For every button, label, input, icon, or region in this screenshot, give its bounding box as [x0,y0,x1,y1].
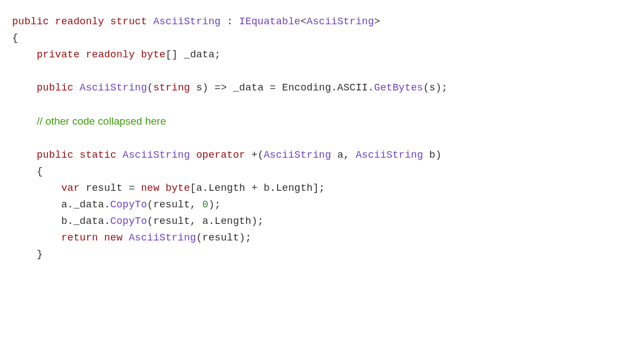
type-iequatable: IEquatable [239,16,300,27]
indent [12,183,61,194]
sp [160,183,166,194]
ret-type: AsciiString [123,149,190,160]
paren: ( [147,82,153,93]
indent [12,216,61,227]
op-brace-close: } [12,249,43,260]
kw-readonly: readonly [55,16,104,27]
kw-new: new [141,183,159,194]
arrow: => [215,82,227,93]
angle-close: > [374,16,380,27]
brackets: [] [166,49,184,60]
kw-operator: operator [196,149,245,160]
kw-readonly: readonly [86,49,135,60]
collapsed-comment: // other code collapsed here [36,115,166,127]
brace-open: { [12,33,18,44]
kw-new: new [104,232,123,243]
indent [12,116,36,127]
assign: _data = Encoding.ASCII. [227,82,374,93]
indent [12,82,36,93]
param-a-type: AsciiString [264,149,331,160]
sp [123,232,129,243]
copy-a-mid: (result, [147,199,203,210]
indent [12,49,36,60]
kw-struct: struct [110,16,147,27]
result-tail: [a.Length + b.Length]; [190,183,325,194]
ctor-name: AsciiString [79,82,147,93]
kw-static: static [79,149,116,160]
semi: ; [215,49,221,60]
kw-var: var [61,183,79,194]
copy-b-tail: (result, a.Length); [147,216,264,227]
copy-b-prefix: b._data. [61,216,110,227]
kw-byte: byte [141,49,165,60]
kw-public: public [12,16,49,27]
type-asciistring: AsciiString [153,16,221,27]
kw-byte: byte [166,183,190,194]
kw-public: public [36,149,73,160]
param: s) [190,82,214,93]
sp [98,232,104,243]
colon: : [221,16,239,27]
result-name: result = [79,183,141,194]
field-name: _data [184,49,215,60]
tail: (s); [423,82,448,93]
code-block: public readonly struct AsciiString : IEq… [0,0,638,285]
indent [12,199,61,210]
kw-return: return [61,232,98,243]
indent [12,232,61,243]
method-getbytes: GetBytes [374,82,423,93]
param-b-type: AsciiString [355,149,423,160]
indent [12,149,36,160]
method-copyto: CopyTo [110,216,147,227]
param-a: a, [331,149,355,160]
kw-public: public [36,82,73,93]
return-tail: (result); [196,232,251,243]
kw-private: private [36,49,79,60]
method-copyto: CopyTo [110,199,147,210]
plus-open: +( [245,149,263,160]
literal-zero: 0 [203,199,209,210]
type-asciistring-arg: AsciiString [307,16,374,27]
op-brace-open: { [12,166,43,177]
ctor-type: AsciiString [129,232,196,243]
angle-open: < [300,16,306,27]
param-b: b) [423,149,442,160]
copy-a-prefix: a._data. [61,199,110,210]
kw-string: string [153,82,190,93]
copy-a-tail: ); [209,199,221,210]
